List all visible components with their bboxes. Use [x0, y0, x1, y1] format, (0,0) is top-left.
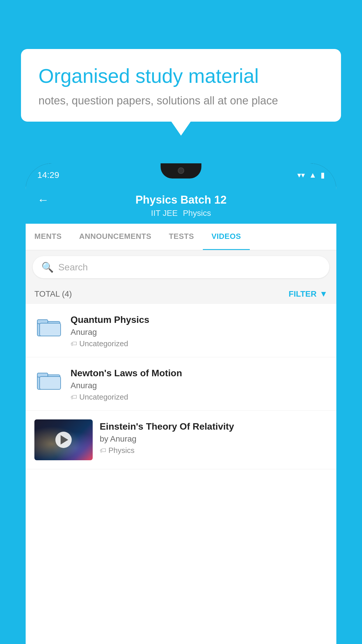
tab-announcements[interactable]: ANNOUNCEMENTS — [71, 224, 160, 250]
search-icon: 🔍 — [41, 261, 54, 273]
subtitle-iit: IIT JEE — [151, 209, 178, 218]
video-info-1: Quantum Physics Anurag 🏷 Uncategorized — [71, 313, 328, 348]
tag-icon: 🏷 — [71, 340, 77, 348]
video-info-2: Newton's Laws of Motion Anurag 🏷 Uncateg… — [71, 366, 328, 402]
list-item[interactable]: Einstein's Theory Of Relativity by Anura… — [26, 411, 336, 469]
app-header: ← Physics Batch 12 IIT JEE Physics — [26, 187, 336, 224]
video-title: Newton's Laws of Motion — [71, 368, 328, 379]
play-icon — [61, 435, 68, 444]
folder-icon — [37, 368, 61, 390]
video-author: by Anurag — [100, 434, 328, 444]
filter-icon: ▼ — [319, 289, 328, 299]
phone-frame: 14:29 ▾▾ ▲ ▮ ← Physics Batch 12 IIT JEE … — [26, 163, 336, 644]
tab-tests[interactable]: TESTS — [160, 224, 203, 250]
tabs-bar: MENTS ANNOUNCEMENTS TESTS VIDEOS — [26, 224, 336, 250]
list-item[interactable]: Newton's Laws of Motion Anurag 🏷 Uncateg… — [26, 357, 336, 411]
speech-bubble-subtitle: notes, question papers, solutions all at… — [38, 94, 324, 107]
tab-videos[interactable]: VIDEOS — [203, 224, 250, 250]
video-thumb-1 — [34, 313, 64, 339]
filter-button[interactable]: FILTER ▼ — [289, 289, 328, 299]
video-tag: 🏷 Physics — [100, 446, 328, 455]
svg-rect-5 — [40, 377, 61, 389]
phone-screen: ← Physics Batch 12 IIT JEE Physics MENTS… — [26, 187, 336, 644]
tag-label: Physics — [108, 446, 135, 455]
speech-bubble-title: Organised study material — [38, 64, 324, 88]
back-button[interactable]: ← — [37, 193, 49, 206]
folder-icon — [37, 315, 61, 337]
video-author: Anurag — [71, 328, 328, 337]
video-tag: 🏷 Uncategorized — [71, 339, 328, 348]
tab-ments[interactable]: MENTS — [26, 224, 71, 250]
status-icons: ▾▾ ▲ ▮ — [297, 171, 325, 180]
list-item[interactable]: Quantum Physics Anurag 🏷 Uncategorized — [26, 304, 336, 357]
phone-notch — [161, 163, 201, 178]
battery-icon: ▮ — [321, 171, 325, 180]
signal-icon: ▲ — [309, 171, 317, 180]
tag-icon: 🏷 — [71, 393, 77, 401]
app-subtitle: IIT JEE Physics — [151, 209, 211, 218]
video-list: Quantum Physics Anurag 🏷 Uncategorized — [26, 304, 336, 469]
tag-label: Uncategorized — [79, 393, 128, 402]
search-placeholder: Search — [58, 262, 88, 273]
tag-label: Uncategorized — [79, 339, 128, 348]
status-bar: 14:29 ▾▾ ▲ ▮ — [26, 163, 336, 187]
video-title: Quantum Physics — [71, 314, 328, 325]
video-thumbnail-3 — [34, 419, 93, 460]
video-tag: 🏷 Uncategorized — [71, 393, 328, 402]
search-container: 🔍 Search — [26, 250, 336, 284]
status-time: 14:29 — [37, 170, 59, 180]
search-bar[interactable]: 🔍 Search — [33, 256, 329, 278]
tag-icon: 🏷 — [100, 447, 106, 454]
video-thumb-2 — [34, 366, 64, 392]
video-author: Anurag — [71, 381, 328, 390]
svg-rect-2 — [40, 323, 61, 336]
total-count: TOTAL (4) — [34, 289, 72, 299]
phone-camera — [178, 167, 184, 174]
wifi-icon: ▾▾ — [297, 171, 305, 180]
app-title: Physics Batch 12 — [136, 194, 227, 206]
speech-bubble-card: Organised study material notes, question… — [21, 49, 341, 122]
filter-bar: TOTAL (4) FILTER ▼ — [26, 284, 336, 304]
filter-label: FILTER — [289, 289, 317, 299]
subtitle-physics: Physics — [183, 209, 211, 218]
app-header-top: ← Physics Batch 12 — [37, 194, 325, 206]
video-title: Einstein's Theory Of Relativity — [100, 421, 328, 432]
play-button[interactable] — [55, 432, 72, 448]
video-info-3: Einstein's Theory Of Relativity by Anura… — [100, 419, 328, 455]
